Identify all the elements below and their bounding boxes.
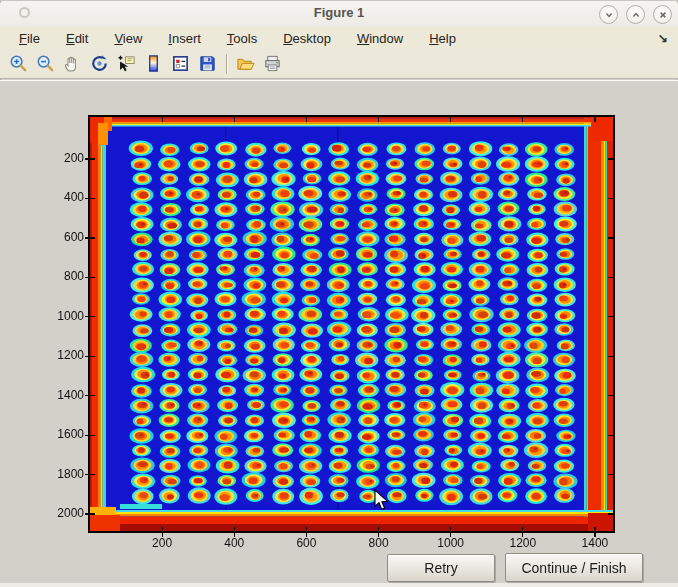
tick-mark [378, 117, 379, 122]
figure-toolbar [0, 49, 678, 79]
tick-mark [85, 198, 95, 199]
mouse-cursor [374, 489, 390, 511]
tick-mark [85, 356, 95, 357]
window-bottom-edge [0, 583, 678, 587]
y-tick-label: 600 [38, 230, 84, 244]
tick-mark [608, 474, 615, 475]
tick-mark [608, 356, 615, 357]
tick-mark [594, 117, 595, 122]
open-folder-icon [236, 54, 255, 73]
window-controls [599, 5, 672, 24]
tick-mark [608, 435, 615, 436]
tick-mark [85, 237, 95, 238]
x-tick-label: 1200 [498, 536, 548, 550]
tick-mark [85, 435, 95, 436]
chevron-down-icon [604, 10, 614, 20]
tick-mark [85, 395, 95, 396]
rotate-3d-button[interactable] [86, 51, 113, 77]
retry-button[interactable]: Retry [387, 554, 495, 582]
open-file-button[interactable] [232, 51, 259, 77]
y-tick-label: 2000 [38, 506, 84, 520]
y-tick-label: 400 [38, 190, 84, 204]
tick-mark [85, 277, 95, 278]
window-title: Figure 1 [0, 5, 678, 20]
save-figure-button[interactable] [194, 51, 221, 77]
zoom-in-icon [9, 54, 28, 73]
data-cursor-icon [117, 54, 136, 73]
save-icon [198, 54, 217, 73]
colorbar-icon [144, 54, 163, 73]
menu-edit[interactable]: Edit [59, 29, 95, 48]
legend-icon [171, 54, 190, 73]
pan-button[interactable] [59, 51, 86, 77]
zoom-out-button[interactable] [32, 51, 59, 77]
toolbar-separator [226, 54, 227, 74]
tick-mark [450, 117, 451, 122]
insert-colorbar-button[interactable] [140, 51, 167, 77]
menu-tools[interactable]: Tools [220, 29, 264, 48]
menu-desktop[interactable]: Desktop [276, 29, 338, 48]
x-tick-label: 600 [281, 536, 331, 550]
menu-insert[interactable]: Insert [161, 29, 208, 48]
hand-icon [63, 54, 82, 73]
tick-mark [85, 316, 95, 317]
menu-file[interactable]: File [12, 29, 47, 48]
continue-finish-button[interactable]: Continue / Finish [505, 553, 643, 582]
figure-window: Figure 1 File Edit View Insert Tools Des… [0, 0, 678, 587]
chevron-up-icon [631, 10, 641, 20]
menu-view[interactable]: View [107, 29, 149, 48]
y-tick-label: 1200 [38, 348, 84, 362]
tick-mark [85, 474, 95, 475]
x-tick-label: 200 [137, 536, 187, 550]
minimize-button[interactable] [599, 5, 618, 24]
tick-mark [608, 158, 615, 159]
insert-legend-button[interactable] [167, 51, 194, 77]
tick-mark [306, 117, 307, 122]
menubar: File Edit View Insert Tools Desktop Wind… [0, 27, 678, 49]
plot-axes[interactable] [88, 115, 615, 533]
dock-figure-icon[interactable]: ↘ [658, 31, 668, 45]
tick-mark [608, 513, 615, 514]
rotate-3d-icon [90, 54, 109, 73]
zoom-in-button[interactable] [5, 51, 32, 77]
tick-mark [608, 237, 615, 238]
tick-mark [522, 117, 523, 122]
maximize-button[interactable] [626, 5, 645, 24]
zoom-out-icon [36, 54, 55, 73]
menu-window[interactable]: Window [350, 29, 410, 48]
menu-help[interactable]: Help [422, 29, 463, 48]
tick-mark [608, 198, 615, 199]
y-tick-label: 1600 [38, 427, 84, 441]
y-tick-label: 1400 [38, 388, 84, 402]
y-tick-label: 200 [38, 151, 84, 165]
data-cursor-button[interactable] [113, 51, 140, 77]
x-tick-label: 1400 [570, 536, 620, 550]
titlebar[interactable]: Figure 1 [0, 1, 678, 28]
tick-mark [608, 277, 615, 278]
tick-mark [234, 117, 235, 122]
x-tick-label: 1000 [426, 536, 476, 550]
close-icon [658, 10, 668, 20]
y-tick-label: 1800 [38, 467, 84, 481]
tick-mark [608, 316, 615, 317]
tick-mark [608, 395, 615, 396]
print-figure-button[interactable] [259, 51, 286, 77]
tick-mark [162, 117, 163, 122]
microarray-image[interactable] [90, 117, 613, 531]
printer-icon [263, 54, 282, 73]
tick-mark [85, 513, 95, 514]
x-tick-label: 400 [209, 536, 259, 550]
tick-mark [85, 158, 95, 159]
close-button[interactable] [653, 5, 672, 24]
x-tick-label: 800 [354, 536, 404, 550]
y-tick-label: 800 [38, 269, 84, 283]
y-tick-label: 1000 [38, 309, 84, 323]
